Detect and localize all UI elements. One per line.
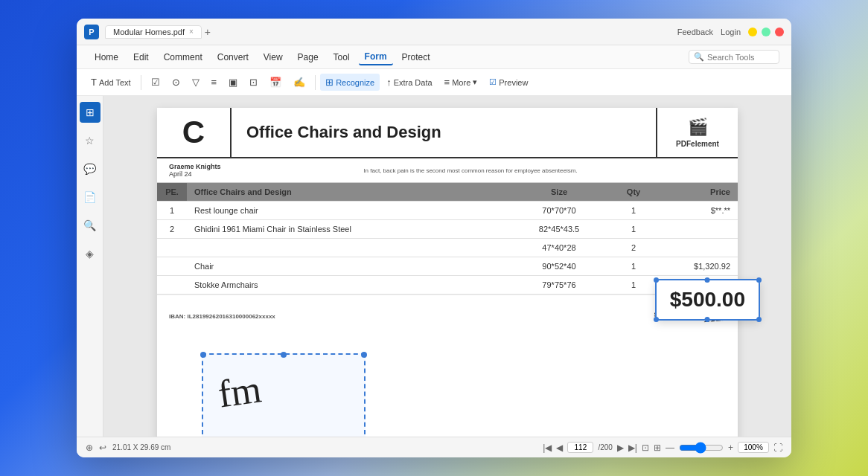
recognize-icon: ⊞ <box>325 77 334 88</box>
zoom-in-icon[interactable]: + <box>728 443 733 453</box>
app-logo: P <box>84 25 99 39</box>
sidebar-search-icon[interactable]: 🔍 <box>80 215 100 236</box>
status-icon-1[interactable]: ⊕ <box>86 443 93 453</box>
price-handle-tl[interactable] <box>654 277 659 283</box>
row0-size: 70*70*70 <box>514 202 604 220</box>
zoom-input[interactable] <box>738 442 769 453</box>
logo-letter: P <box>89 28 94 36</box>
fit-icon[interactable]: ⊞ <box>654 443 661 453</box>
pdf-meta-desc-container: In fact, back pain is the second most co… <box>363 163 738 178</box>
price-handle-tr[interactable] <box>756 277 762 283</box>
field-button-btn[interactable]: ▣ <box>223 74 243 91</box>
field-checkbox-btn[interactable]: ☑ <box>146 74 165 91</box>
handle-tr[interactable] <box>361 352 367 358</box>
col-desc-header: Office Chairs and Design <box>187 183 514 202</box>
new-tab-btn[interactable]: + <box>205 26 211 38</box>
feedback-btn[interactable]: Feedback <box>677 28 713 36</box>
signature-field-overlay[interactable]: fm <box>202 353 366 437</box>
pdf-logo-cell: C <box>157 108 232 157</box>
row2-size: 47*40*28 <box>514 239 604 257</box>
row1-size: 82*45*43.5 <box>514 220 604 239</box>
row0-price: $**.** <box>663 202 738 220</box>
row4-num <box>157 276 187 295</box>
left-sidebar: ⊞ ☆ 💬 📄 🔍 ◈ <box>77 96 103 437</box>
maximize-btn[interactable]: □ <box>762 28 770 36</box>
field-radio-btn[interactable]: ⊙ <box>167 74 185 91</box>
row3-qty: 1 <box>604 257 663 276</box>
listbox-icon: ≡ <box>211 77 217 88</box>
add-text-btn[interactable]: T Add Text <box>86 74 136 91</box>
menu-convert[interactable]: Convert <box>211 50 255 65</box>
current-page-input[interactable] <box>567 442 593 453</box>
more-icon: ≡ <box>444 77 450 88</box>
sidebar-bookmark-icon[interactable]: ☆ <box>80 130 100 151</box>
field-dropdown-btn[interactable]: ▽ <box>187 74 205 91</box>
pdf-page: C Office Chairs and Design 🎬 PDFelement … <box>157 108 738 437</box>
status-icon-2[interactable]: ↩ <box>99 443 106 453</box>
iban-label-text: IBAN: <box>169 313 185 320</box>
menu-search-input[interactable] <box>707 53 774 62</box>
login-btn[interactable]: Login <box>721 28 741 36</box>
sidebar-comment-icon[interactable]: 💬 <box>80 158 100 179</box>
sidebar-panel-icon[interactable]: ⊞ <box>80 102 100 123</box>
recognize-btn[interactable]: ⊞ Recognize <box>320 74 380 91</box>
date-icon: 📅 <box>269 77 281 88</box>
file-tab[interactable]: Modular Homes.pdf × <box>105 25 202 39</box>
row2-qty: 2 <box>604 239 663 257</box>
brand-icon: 🎬 <box>688 118 708 137</box>
handle-tl[interactable] <box>200 352 206 358</box>
row2-desc <box>187 239 514 257</box>
preview-btn[interactable]: ☑ Preview <box>484 74 533 90</box>
tab-filename: Modular Homes.pdf <box>113 28 185 36</box>
extra-data-btn[interactable]: ↑ Extra Data <box>381 74 437 91</box>
sidebar-layers-icon[interactable]: ◈ <box>80 243 100 264</box>
app-window: P Modular Homes.pdf × + Feedback Login —… <box>77 19 791 457</box>
col-num-header: PE. <box>157 183 187 202</box>
menu-home[interactable]: Home <box>89 50 124 65</box>
price-handle-bm[interactable] <box>705 317 710 322</box>
iban-value: IL28199262016310000062xxxxx <box>187 313 275 320</box>
field-listbox-btn[interactable]: ≡ <box>206 74 223 91</box>
handle-tm[interactable] <box>281 352 287 358</box>
zoom-slider[interactable] <box>679 442 724 454</box>
row0-num: 1 <box>157 202 187 220</box>
menu-comment[interactable]: Comment <box>158 50 208 65</box>
nav-first-icon[interactable]: |◀ <box>543 443 552 453</box>
nav-last-icon[interactable]: ▶| <box>628 443 637 453</box>
add-text-label: Add Text <box>99 78 131 87</box>
menu-search-box[interactable]: 🔍 <box>689 50 779 64</box>
minimize-btn[interactable]: — <box>748 28 757 36</box>
more-btn[interactable]: ≡ More ▾ <box>439 74 483 91</box>
table-row: 1 Rest lounge chair 70*70*70 1 $**.** <box>157 202 738 220</box>
field-sig-btn[interactable]: ✍ <box>288 74 310 91</box>
nav-prev-icon[interactable]: ◀ <box>556 443 563 453</box>
document-area[interactable]: C Office Chairs and Design 🎬 PDFelement … <box>103 96 791 437</box>
field-image-btn[interactable]: ⊡ <box>244 74 263 91</box>
sig-field-icon: ✍ <box>293 77 305 88</box>
close-btn[interactable]: ✕ <box>775 28 784 36</box>
row3-price: $1,320.92 <box>663 257 738 276</box>
tab-close-btn[interactable]: × <box>189 28 194 36</box>
zoom-out-icon[interactable]: — <box>666 443 674 453</box>
iban-label: IBAN: IL28199262016310000062xxxxx <box>169 313 275 320</box>
price-handle-tm[interactable] <box>705 277 710 283</box>
pdf-meta-left: Graeme Knights April 24 <box>157 163 363 178</box>
fullscreen-icon[interactable]: ⛶ <box>773 443 782 453</box>
nav-next-icon[interactable]: ▶ <box>617 443 624 453</box>
menu-protect[interactable]: Protect <box>396 50 436 65</box>
price-handle-br[interactable] <box>756 317 762 322</box>
field-date-btn[interactable]: 📅 <box>264 74 287 91</box>
tab-bar: Modular Homes.pdf × + <box>105 25 211 39</box>
image-field-icon: ⊡ <box>249 77 258 88</box>
view-mode-icon[interactable]: ⊡ <box>642 443 649 453</box>
menu-tool[interactable]: Tool <box>328 50 356 65</box>
pdf-table: PE. Office Chairs and Design Size Qty Pr… <box>157 183 738 295</box>
row0-qty: 1 <box>604 202 663 220</box>
price-badge-overlay[interactable]: $500.00 <box>655 279 760 321</box>
price-handle-bl[interactable] <box>654 317 659 322</box>
menu-page[interactable]: Page <box>292 50 325 65</box>
menu-view[interactable]: View <box>258 50 289 65</box>
menu-edit[interactable]: Edit <box>127 50 155 65</box>
sidebar-page-icon[interactable]: 📄 <box>80 187 100 208</box>
menu-form[interactable]: Form <box>359 49 393 65</box>
